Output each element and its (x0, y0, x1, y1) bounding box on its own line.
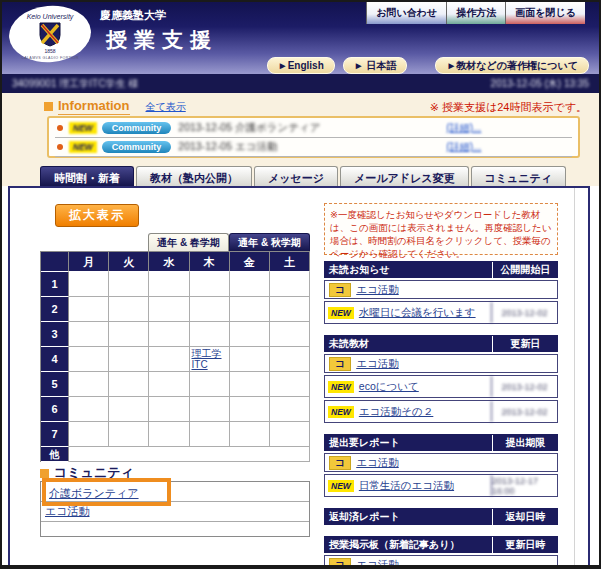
item-link[interactable]: 日常生活のエコ活動 (359, 479, 454, 493)
day-header: 水 (149, 252, 189, 272)
language-button[interactable]: ► 日本語 (343, 57, 408, 74)
item-link[interactable]: エコ活動その２ (359, 405, 433, 419)
timetable-cell (230, 322, 270, 347)
timetable-cell (230, 397, 270, 422)
section-row: コエコ活動 (324, 555, 558, 569)
semester-tabs: 通年 & 春学期通年 & 秋学期 (148, 233, 310, 251)
bullet-icon (57, 125, 63, 131)
day-header: 月 (69, 252, 109, 272)
user-bar: 34099001 理工学ITC学生 様 2013-12-05 (木) 13:35 (2, 74, 599, 93)
timetable-cell (230, 272, 270, 297)
section-row: コエコ活動 (324, 453, 558, 472)
language-button[interactable]: ►English (267, 57, 335, 74)
item-link[interactable]: エコ活動 (356, 456, 399, 470)
day-header: 火 (109, 252, 149, 272)
row-content: NEW水曜日に会議を行います (325, 306, 491, 320)
item-link[interactable]: 水曜日に会議を行います (359, 306, 476, 320)
day-header: 金 (230, 252, 270, 272)
timetable-cell (270, 422, 310, 447)
section-date-label: 提出期限 (492, 435, 558, 451)
new-badge: NEW (328, 480, 354, 492)
timetable-cell (109, 297, 149, 322)
period-header: 7 (41, 422, 69, 447)
copyright-button[interactable]: ►教材などの著作権について (435, 57, 589, 74)
show-all-link[interactable]: 全て表示 (146, 100, 186, 114)
row-content: コエコ活動 (325, 558, 557, 569)
section-header: 未読教材更新日 (324, 335, 558, 352)
section-date-label: 更新日時 (492, 537, 558, 553)
section-date-label: 公開開始日 (492, 262, 558, 278)
item-link[interactable]: エコ活動 (356, 283, 399, 297)
information-item-text: 2013-12-05 介護ボランティア (178, 121, 446, 135)
header-utility-buttons: お問い合わせ操作方法画面を閉じる (366, 2, 585, 24)
tab-メールアドレス変更[interactable]: メールアドレス変更 (340, 166, 469, 186)
utility-button[interactable]: 画面を閉じる (505, 2, 585, 24)
logo-university-en: Keio University (27, 13, 74, 21)
community-badge: Community (102, 122, 172, 134)
item-link[interactable]: エコ活動 (356, 357, 399, 371)
tab-コミュニティ[interactable]: コミュニティ (471, 166, 567, 186)
community-link[interactable]: 介護ボランティア (49, 487, 139, 499)
community-tag-badge: コ (329, 558, 351, 569)
tab-メッセージ[interactable]: メッセージ (254, 166, 338, 186)
timetable-cell (149, 347, 189, 372)
tab-時間割・新着[interactable]: 時間割・新着 (40, 166, 134, 186)
row-content: NEW日常生活のエコ活動 (325, 479, 491, 493)
day-header: 土 (270, 252, 310, 272)
information-item: NEWCommunity2013-12-05 介護ボランティア(詳細)... (55, 119, 572, 138)
timetable-cell (109, 347, 149, 372)
detail-link[interactable]: (詳細)... (446, 121, 481, 135)
utility-button[interactable]: お問い合わせ (366, 2, 446, 24)
timetable-cell (69, 397, 109, 422)
other-header: 他 (41, 447, 69, 462)
bullet-icon (57, 144, 63, 150)
tab-教材（塾内公開）[interactable]: 教材（塾内公開） (136, 166, 252, 186)
period-header: 5 (41, 372, 69, 397)
community-badge: Community (102, 141, 172, 153)
community-tag-badge: コ (329, 456, 351, 470)
information-title: Information (58, 98, 130, 115)
user-name-text: 34099001 理工学ITC学生 様 (12, 77, 138, 91)
timetable-cell (270, 322, 310, 347)
community-list: 介護ボランティアエコ活動 (40, 481, 310, 537)
section-row: コエコ活動 (324, 280, 558, 299)
new-badge: NEW (328, 307, 354, 319)
keio-university-logo: Keio University 1858 CALAMVS GLADIO FORT… (8, 5, 92, 63)
item-link[interactable]: エコ活動 (356, 558, 399, 569)
status-section: 未読教材更新日コエコ活動NEWecoについて2013-12-02NEWエコ活動そ… (324, 335, 558, 423)
item-link[interactable]: ecoについて (359, 380, 419, 394)
row-content: NEWエコ活動その２ (325, 405, 491, 419)
section-row: NEW水曜日に会議を行います2013-12-02 (324, 301, 558, 324)
detail-link[interactable]: (詳細)... (446, 140, 481, 154)
scrollbar-track-line (574, 188, 575, 569)
section-title: 未読教材 (324, 337, 492, 351)
timetable-cell (190, 372, 230, 397)
date-cell: 2013-12-02 (491, 401, 557, 422)
class-support-portal: Keio University 1858 CALAMVS GLADIO FORT… (0, 0, 601, 569)
timetable-cell (69, 272, 109, 297)
main-tabs: 時間割・新着教材（塾内公開）メッセージメールアドレス変更コミュニティ (40, 166, 566, 186)
header: Keio University 1858 CALAMVS GLADIO FORT… (2, 2, 599, 74)
university-name: 慶應義塾大学 (100, 8, 166, 23)
timetable-cell (270, 397, 310, 422)
course-link[interactable]: 理工学 ITC (192, 348, 222, 370)
section-header: 授業掲示板（新着記事あり）更新日時 (324, 536, 558, 553)
date-cell: 2013-12-02 (491, 376, 557, 397)
timetable-cell (190, 422, 230, 447)
section-date-label: 返却日時 (492, 509, 558, 525)
semester-tab[interactable]: 通年 & 春学期 (148, 233, 229, 251)
period-header: 3 (41, 322, 69, 347)
timetable-cell (190, 322, 230, 347)
community-item: エコ活動 (41, 502, 309, 522)
timetable-cell (69, 422, 109, 447)
timetable-cell (109, 422, 149, 447)
community-link[interactable]: エコ活動 (45, 504, 90, 519)
timetable-cell (69, 297, 109, 322)
status-sections: 未読お知らせ公開開始日コエコ活動NEW水曜日に会議を行います2013-12-02… (324, 261, 558, 569)
section-header: 未読お知らせ公開開始日 (324, 261, 558, 278)
utility-button[interactable]: 操作方法 (446, 2, 505, 24)
row-content: コエコ活動 (325, 283, 557, 297)
semester-tab[interactable]: 通年 & 秋学期 (229, 233, 310, 251)
timetable-cell (270, 372, 310, 397)
enlarge-view-button[interactable]: 拡大表示 (55, 204, 139, 227)
